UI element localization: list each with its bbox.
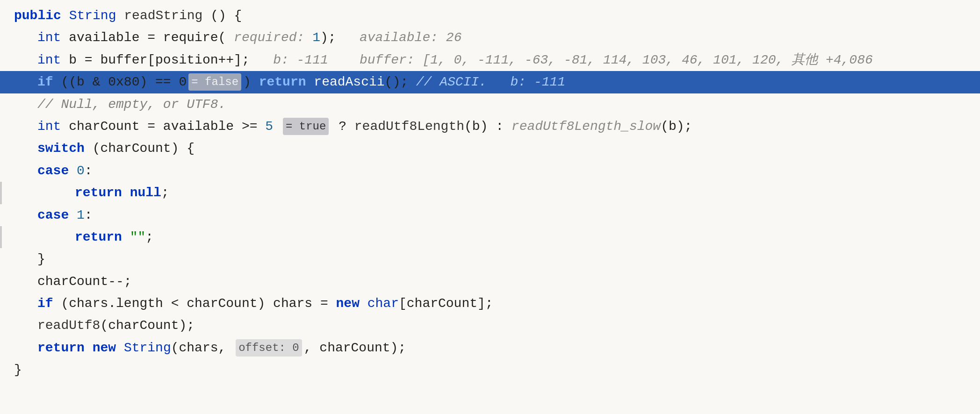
line-int-available: int available = require( required: 1); a…: [0, 27, 980, 49]
keyword-new-2: new: [93, 338, 116, 358]
num-case-0: 0: [77, 161, 85, 181]
line-if-chars: if (chars.length < charCount) chars = ne…: [0, 293, 980, 314]
fn-readstring: readString: [124, 6, 202, 26]
hint-b-value: b: -111: [273, 50, 328, 70]
keyword-public: public: [14, 6, 61, 26]
hint-available: available: 26: [360, 28, 461, 48]
keyword-if-2: if: [37, 293, 53, 314]
keyword-return-3: return: [75, 227, 122, 247]
line-readutf8-call: readUtf8(charCount);: [0, 314, 980, 336]
keyword-null: null: [130, 183, 161, 203]
line-comment-null-empty: // Null, empty, or UTF8.: [0, 93, 980, 115]
fn-readascii: readAscii: [314, 72, 384, 92]
keyword-new: new: [336, 293, 360, 314]
badge-true: = true: [283, 118, 329, 135]
line-switch: switch (charCount) {: [0, 137, 980, 159]
line-case-0: case 0:: [0, 160, 980, 182]
fn-readutf8-call: readUtf8: [37, 315, 100, 335]
line-close-method: }: [0, 359, 980, 381]
num-case-1: 1: [77, 205, 85, 225]
line-return-new: return new String(chars, offset: 0, char…: [0, 337, 980, 359]
line-return-null: return null;: [0, 182, 980, 204]
keyword-int-3: int: [37, 116, 61, 136]
line-case-1: case 1:: [0, 204, 980, 226]
line-method-sig: public String readString () {: [0, 5, 980, 27]
num-5: 5: [265, 116, 273, 136]
type-string: String: [69, 6, 116, 26]
type-char: char: [368, 293, 399, 314]
line-int-charcount: int charCount = available >= 5 = true ? …: [0, 115, 980, 137]
keyword-return-2: return: [75, 183, 122, 203]
line-charcount-dec: charCount--;: [0, 271, 980, 293]
keyword-case-0: case: [37, 161, 69, 181]
hint-buffer: buffer: [1, 0, -111, -63, -81, 114, 103,…: [360, 50, 873, 70]
fn-readutf8length: readUtf8Length: [354, 116, 464, 136]
keyword-if: if: [37, 72, 53, 92]
keyword-return-1: return: [259, 72, 306, 92]
str-empty: "": [130, 227, 146, 247]
line-return-empty: return "";: [0, 226, 980, 248]
comment-ascii: // ASCII.: [416, 72, 487, 92]
badge-offset: offset: 0: [236, 339, 302, 357]
keyword-switch: switch: [37, 138, 85, 158]
keyword-case-1: case: [37, 205, 69, 225]
num-1: 1: [312, 28, 320, 48]
fn-readutf8length-slow: readUtf8Length_slow: [512, 116, 661, 136]
keyword-int-2: int: [37, 50, 61, 70]
line-close-switch: }: [0, 248, 980, 270]
badge-false: = false: [188, 73, 241, 91]
code-editor: public String readString () { int availa…: [0, 0, 980, 414]
line-if-highlighted[interactable]: if ((b & 0x80) == 0= false) return readA…: [0, 71, 980, 93]
hint-b-111: b: -111: [510, 72, 565, 92]
hint-required: required:: [234, 28, 304, 48]
line-int-b: int b = buffer[position++]; b: -111 buff…: [0, 49, 980, 71]
comment-null-empty: // Null, empty, or UTF8.: [37, 94, 226, 114]
keyword-return-4: return: [37, 338, 85, 358]
keyword-int-1: int: [37, 28, 61, 48]
type-string-2: String: [124, 338, 171, 358]
